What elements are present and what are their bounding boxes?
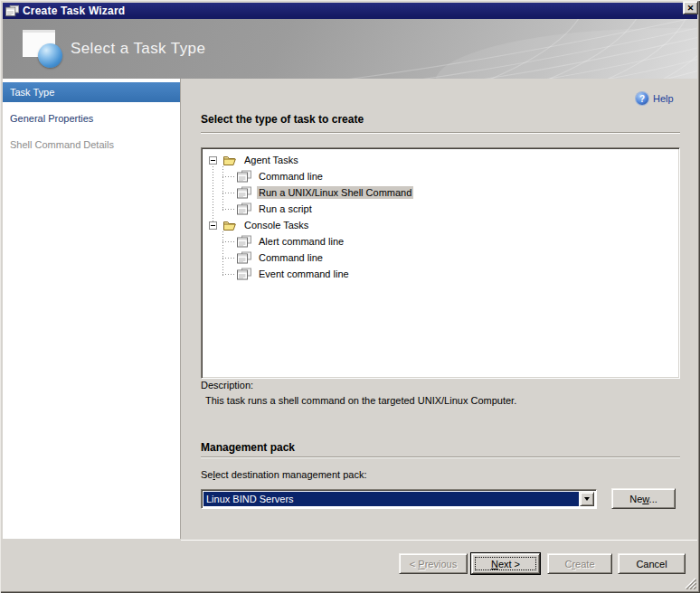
folder-icon <box>222 219 237 231</box>
chevron-down-icon <box>584 497 590 504</box>
description-label: Description: <box>201 380 253 391</box>
tree-item-label: Alert command line <box>257 235 345 248</box>
task-icon <box>237 268 251 280</box>
sidebar-item-shell-command-details[interactable]: Shell Command Details <box>3 135 180 155</box>
window-icon <box>5 5 19 17</box>
task-type-tree: Agent Tasks Command line Run a UNIX/Linu… <box>202 148 679 378</box>
tree-connector <box>222 193 235 193</box>
section-heading-management-pack: Management pack <box>201 441 295 454</box>
tree-connector <box>222 258 235 259</box>
tree-item-event-command-line[interactable]: Event command line <box>202 266 679 282</box>
tree-item-label: Agent Tasks <box>242 154 300 166</box>
tree-item-label: Event command line <box>257 268 351 280</box>
cancel-button[interactable]: Cancel <box>618 553 686 574</box>
divider <box>201 132 680 134</box>
window-title: Create Task Wizard <box>23 5 125 17</box>
tree-item-label: Command line <box>257 251 325 264</box>
divider <box>201 457 680 458</box>
description-text: This task runs a shell command on the ta… <box>205 395 516 406</box>
footer-separator <box>181 540 697 541</box>
section-heading-task-type: Select the type of task to create <box>201 113 364 126</box>
mesh-decoration <box>308 19 697 79</box>
new-management-pack-button[interactable]: New... <box>611 488 676 509</box>
task-type-icon <box>22 29 65 69</box>
tree-connector <box>222 241 235 242</box>
page-title: Select a Task Type <box>71 19 205 79</box>
dropdown-button[interactable] <box>580 492 594 506</box>
task-icon <box>237 235 251 248</box>
wizard-banner: Select a Task Type <box>3 19 697 79</box>
management-pack-selected-value: Linux BIND Servers <box>203 492 579 506</box>
tree-item-command-line-agent[interactable]: Command line <box>202 168 679 184</box>
sidebar-item-label: Shell Command Details <box>10 139 114 150</box>
tree-connector <box>222 209 235 210</box>
task-icon <box>237 170 251 183</box>
collapse-icon[interactable] <box>209 156 217 165</box>
tree-item-label: Console Tasks <box>242 219 310 231</box>
tree-connector <box>222 176 235 177</box>
tree-item-run-a-script[interactable]: Run a script <box>202 201 679 217</box>
tree-connector <box>222 274 235 275</box>
help-link[interactable]: ? Help <box>636 92 674 105</box>
management-pack-dropdown[interactable]: Linux BIND Servers <box>201 489 597 509</box>
create-task-wizard-dialog: Create Task Wizard ✕ S <box>0 0 700 593</box>
sidebar-item-general-properties[interactable]: General Properties <box>3 108 180 128</box>
tree-item-label: Run a script <box>257 202 314 215</box>
close-button[interactable]: ✕ <box>683 1 698 14</box>
tree-item-label: Command line <box>257 170 325 183</box>
task-icon <box>237 186 251 199</box>
resize-grip[interactable] <box>685 578 696 589</box>
previous-button[interactable]: < Previous <box>399 553 468 574</box>
help-label: Help <box>653 93 674 104</box>
task-icon <box>237 202 251 215</box>
task-icon <box>237 251 251 264</box>
close-icon: ✕ <box>687 4 695 13</box>
tree-item-label-selected: Run a UNIX/Linux Shell Command <box>257 186 413 199</box>
tree-item-command-line-console[interactable]: Command line <box>202 249 679 266</box>
create-button[interactable]: Create <box>547 553 612 574</box>
task-type-tree-panel[interactable]: Agent Tasks Command line Run a UNIX/Linu… <box>201 147 680 379</box>
tree-item-console-tasks[interactable]: Console Tasks <box>202 217 679 233</box>
wizard-steps-sidebar: Task Type General Properties Shell Comma… <box>3 79 181 539</box>
sidebar-item-task-type[interactable]: Task Type <box>3 82 180 102</box>
titlebar[interactable]: Create Task Wizard <box>3 3 697 19</box>
next-button[interactable]: Next > <box>471 553 540 574</box>
tree-item-alert-command-line[interactable]: Alert command line <box>202 233 679 249</box>
destination-management-pack-label: Select destination management pack: <box>201 469 366 480</box>
collapse-icon[interactable] <box>209 221 217 230</box>
tree-item-run-unix-linux-shell-command[interactable]: Run a UNIX/Linux Shell Command <box>202 184 679 201</box>
sidebar-item-label: Task Type <box>10 87 54 98</box>
sidebar-item-label: General Properties <box>10 113 93 124</box>
tree-item-agent-tasks[interactable]: Agent Tasks <box>202 152 679 168</box>
help-icon: ? <box>636 92 648 105</box>
blue-sphere <box>38 43 62 68</box>
folder-icon <box>222 154 237 166</box>
